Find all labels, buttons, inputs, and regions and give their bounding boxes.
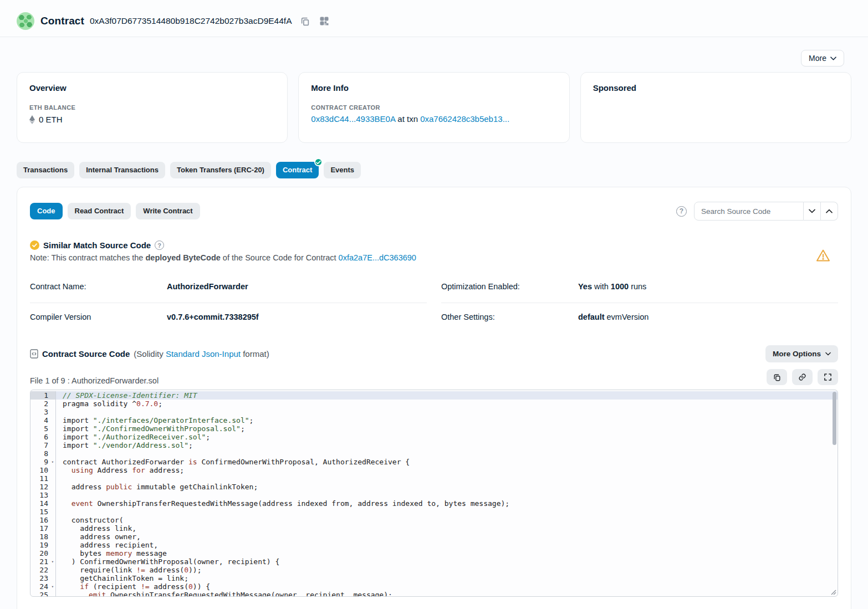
at-txn-text: at txn	[397, 114, 418, 124]
contract-creator-label: CONTRACT CREATOR	[311, 104, 556, 111]
source-code-editor[interactable]: 123456789▾101112131415161718192021▾22232…	[30, 390, 838, 597]
line-number: 10	[30, 466, 55, 474]
copy-address-button[interactable]	[299, 16, 311, 27]
line-number: 21▾	[30, 557, 55, 566]
copy-source-button[interactable]	[767, 369, 787, 385]
json-input-link[interactable]: Standard Json-Input	[166, 349, 241, 359]
tab-label: Internal Transactions	[86, 166, 159, 174]
sponsored-card: Sponsored	[580, 72, 851, 143]
code-line: contract AuthorizedForwarder is Confirme…	[56, 458, 838, 466]
line-number: 11	[30, 474, 55, 483]
code-line: address link,	[56, 524, 838, 533]
resize-handle-icon[interactable]	[830, 588, 836, 595]
contract-name-label: Contract Name:	[30, 282, 167, 291]
overview-card: Overview ETH BALANCE 0 ETH	[17, 72, 288, 143]
creation-txn-link[interactable]: 0xa7662428c3b5eb13...	[420, 114, 509, 124]
tab-token-transfers-erc-20[interactable]: Token Transfers (ERC-20)	[170, 162, 271, 178]
sponsored-title: Sponsored	[593, 83, 839, 93]
match-title: Similar Match Source Code	[43, 240, 151, 250]
code-line: using Address for address;	[56, 466, 838, 474]
code-line: constructor(	[56, 516, 838, 524]
chevron-down-icon	[830, 57, 836, 60]
code-line: emit OwnershipTransferRequestedWithMessa…	[56, 591, 838, 596]
line-number: 3	[30, 408, 55, 416]
more-button[interactable]: More	[801, 50, 844, 66]
creator-address-link[interactable]: 0x83dC44...4933BE0A	[311, 114, 395, 124]
search-next-button[interactable]	[821, 202, 838, 221]
code-line: getChainlinkToken = link;	[56, 574, 838, 582]
code-line: import "./vendor/Address.sol";	[56, 441, 838, 449]
line-number: 5	[30, 424, 55, 433]
fold-toggle-icon[interactable]: ▾	[52, 558, 54, 566]
more-options-label: More Options	[773, 350, 821, 358]
tab-label: Events	[330, 166, 354, 174]
ethereum-icon	[29, 115, 35, 124]
more-options-button[interactable]: More Options	[765, 345, 838, 362]
line-number: 6	[30, 433, 55, 441]
source-code-title: Contract Source Code	[42, 349, 130, 359]
line-number: 19	[30, 541, 55, 549]
tab-contract[interactable]: Contract	[276, 162, 319, 178]
line-number: 9▾	[30, 458, 55, 466]
code-line: pragma solidity ^0.7.0;	[56, 400, 838, 408]
line-number: 20	[30, 549, 55, 557]
similar-match-section: Similar Match Source Code ? Note: This c…	[30, 240, 838, 262]
permalink-button[interactable]	[792, 369, 813, 385]
search-prev-button[interactable]	[804, 202, 821, 221]
source-code-header: Contract Source Code (Solidity Standard …	[30, 345, 838, 362]
subtab-read-contract[interactable]: Read Contract	[68, 203, 131, 219]
line-number: 15	[30, 508, 55, 516]
code-subtabs: CodeRead ContractWrite Contract	[30, 203, 200, 219]
help-icon[interactable]: ?	[155, 240, 164, 250]
code-actions	[767, 369, 838, 385]
editor-scrollbar[interactable]	[833, 392, 836, 445]
tab-transactions[interactable]: Transactions	[17, 162, 74, 178]
code-line	[56, 449, 838, 458]
more-info-card: More Info CONTRACT CREATOR 0x83dC44...49…	[298, 72, 569, 143]
code-line: address recipient,	[56, 541, 838, 549]
code-line	[56, 508, 838, 516]
contract-name-value: AuthorizedForwarder	[167, 282, 248, 291]
warning-icon[interactable]	[816, 249, 830, 262]
contract-info-grid: Contract Name: AuthorizedForwarder Compi…	[30, 277, 838, 333]
match-note: Note: This contract matches the deployed…	[30, 253, 816, 262]
line-number: 25	[30, 591, 55, 597]
match-check-icon	[30, 240, 39, 250]
optimization-row: Optimization Enabled: Yes with 1000 runs	[441, 277, 838, 303]
search-source-input[interactable]	[694, 202, 804, 221]
optimization-label: Optimization Enabled:	[441, 282, 578, 291]
tab-events[interactable]: Events	[324, 162, 361, 178]
line-number: 7	[30, 441, 55, 449]
code-line: import "./interfaces/OperatorInterface.s…	[56, 416, 838, 424]
chevron-down-icon	[809, 209, 815, 213]
code-line: ) ConfirmedOwnerWithProposal(owner, reci…	[56, 557, 838, 566]
chevron-down-icon	[825, 352, 831, 356]
qr-code-button[interactable]	[319, 16, 330, 27]
other-settings-label: Other Settings:	[441, 313, 578, 321]
fold-toggle-icon[interactable]: ▾	[52, 583, 54, 591]
tab-internal-transactions[interactable]: Internal Transactions	[79, 162, 165, 178]
link-icon	[798, 373, 806, 381]
qr-code-icon	[320, 17, 329, 25]
contract-identicon	[17, 12, 34, 30]
line-number: 1	[30, 391, 55, 400]
eth-balance-label: ETH BALANCE	[29, 104, 275, 111]
file-label: File 1 of 9 : AuthorizedForwarder.sol	[30, 376, 159, 385]
matched-contract-link[interactable]: 0xfa2a7E...dC363690	[339, 253, 416, 262]
contract-address: 0xA3f07D6773514480b918C2742b027b3acD9E44…	[90, 16, 292, 26]
line-number: 24▾	[30, 582, 55, 591]
tab-bar: TransactionsInternal TransactionsToken T…	[0, 162, 868, 178]
fold-toggle-icon[interactable]: ▾	[52, 458, 54, 467]
expand-icon-button[interactable]	[818, 369, 838, 385]
other-settings-value: default evmVersion	[578, 313, 649, 321]
help-icon[interactable]: ?	[676, 206, 687, 217]
code-line: address owner,	[56, 533, 838, 541]
eth-balance-value: 0 ETH	[39, 115, 63, 124]
subtab-write-contract[interactable]: Write Contract	[136, 203, 200, 219]
code-line: event OwnershipTransferRequestedWithMess…	[56, 499, 838, 508]
source-search-area: ?	[676, 202, 838, 221]
tab-label: Token Transfers (ERC-20)	[177, 166, 264, 174]
code-line: bytes memory message	[56, 549, 838, 557]
subtab-code[interactable]: Code	[30, 203, 63, 219]
summary-cards: Overview ETH BALANCE 0 ETH More Info CON…	[0, 72, 868, 143]
